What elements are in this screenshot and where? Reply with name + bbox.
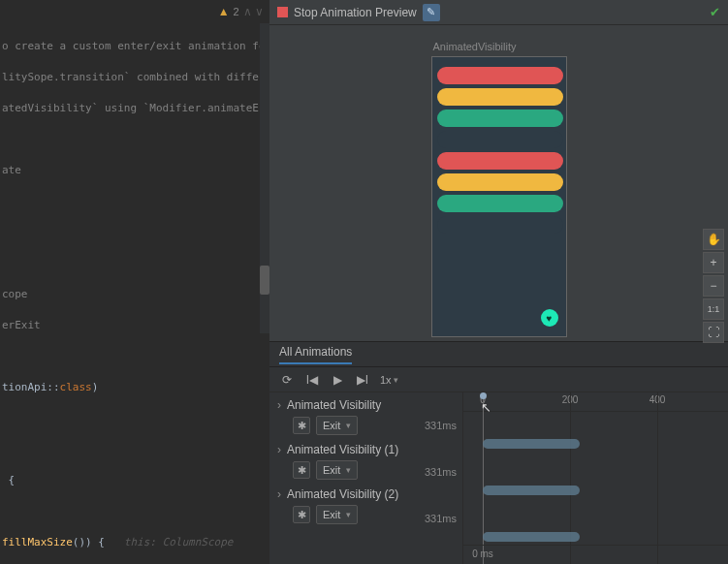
preview-stripe: [437, 173, 563, 191]
duration-label: 331ms: [425, 466, 457, 478]
track-name: Animated Visibility (2): [287, 487, 398, 501]
status-ok-icon: ✔: [710, 5, 720, 19]
canvas-side-tools: ✋ + − 1:1 ⛶: [703, 229, 724, 343]
timeline[interactable]: 02004006008001000 ↖ 331ms331ms331ms 0 ms: [463, 392, 728, 564]
zoom-out-button[interactable]: −: [703, 275, 724, 297]
state-select[interactable]: Exit▾: [316, 505, 358, 524]
skip-end-button[interactable]: ▶I: [355, 373, 370, 387]
zoom-reset-button[interactable]: 1:1: [703, 298, 724, 320]
preview-stripe: [437, 152, 563, 170]
stop-animation-label[interactable]: Stop Animation Preview: [294, 6, 417, 19]
duration-label: 331ms: [425, 513, 457, 524]
animation-tabs: All Animations: [269, 342, 728, 367]
expand-track-icon[interactable]: ›: [277, 398, 281, 412]
stop-icon[interactable]: [277, 7, 288, 17]
duration-label: 331ms: [425, 420, 457, 431]
scrollbar-thumb[interactable]: [260, 266, 269, 295]
preview-stripe: [437, 110, 563, 127]
code-area[interactable]: o create a custom enter/exit animation f…: [0, 23, 260, 564]
preview-stripe: [437, 131, 563, 148]
track-list: ›Animated Visibility✱Exit▾›Animated Visi…: [269, 392, 463, 564]
animation-panel: All Animations ⟳ I◀ ▶ ▶I 1x▾ ›Animated V…: [269, 341, 728, 564]
swap-states-button[interactable]: ✱: [293, 506, 310, 523]
preview-stripe: [437, 216, 563, 234]
preview-canvas[interactable]: AnimatedVisibility ♥ ✋ + − 1:1 ⛶: [269, 25, 728, 341]
preview-stripe: [437, 67, 563, 84]
state-select[interactable]: Exit▾: [316, 416, 358, 435]
pan-button[interactable]: ✋: [703, 229, 724, 250]
interactive-mode-button[interactable]: ✎: [423, 4, 440, 21]
swap-states-button[interactable]: ✱: [293, 461, 310, 479]
inspection-bar: ▲ 2 ∧ ∨: [0, 0, 269, 23]
state-select[interactable]: Exit▾: [316, 460, 358, 480]
play-button[interactable]: ▶: [330, 373, 345, 387]
track-name: Animated Visibility: [287, 398, 381, 412]
expand-track-icon[interactable]: ›: [277, 443, 281, 456]
inspection-more-icon[interactable]: ∧ ∨: [243, 5, 264, 18]
swap-states-button[interactable]: ✱: [293, 417, 310, 434]
speed-dropdown[interactable]: 1x▾: [380, 374, 398, 386]
timeline-bar[interactable]: [483, 439, 580, 449]
timeline-footer: 0 ms: [463, 545, 728, 564]
playback-controls: ⟳ I◀ ▶ ▶I 1x▾: [269, 367, 728, 392]
expand-button[interactable]: ⛶: [703, 322, 724, 343]
preview-toolbar: Stop Animation Preview ✎ ✔: [269, 0, 728, 25]
preview-stripe: [437, 195, 563, 212]
track-name: Animated Visibility (1): [287, 443, 398, 456]
skip-start-button[interactable]: I◀: [304, 373, 320, 387]
timeline-row: 331ms: [463, 458, 728, 505]
preview-device[interactable]: ♥: [431, 56, 567, 337]
warning-icon[interactable]: ▲: [218, 5, 230, 18]
tab-all-animations[interactable]: All Animations: [279, 345, 352, 364]
preview-title: AnimatedVisibility: [431, 41, 567, 52]
preview-pane: Stop Animation Preview ✎ ✔ AnimatedVisib…: [269, 0, 728, 564]
warning-count: 2: [234, 6, 239, 17]
timeline-row: 331ms: [463, 412, 728, 458]
loop-button[interactable]: ⟳: [279, 373, 295, 387]
timeline-bar[interactable]: [483, 486, 580, 495]
preview-device-wrap: AnimatedVisibility ♥: [431, 41, 567, 337]
zoom-in-button[interactable]: +: [703, 252, 724, 273]
time-current-label: 0 ms: [472, 548, 493, 559]
preview-stripe: [437, 88, 563, 106]
code-editor-pane: ▲ 2 ∧ ∨ o create a custom enter/exit ani…: [0, 0, 269, 564]
fab-heart-button[interactable]: ♥: [541, 309, 558, 327]
timeline-bar[interactable]: [483, 532, 580, 542]
expand-track-icon[interactable]: ›: [277, 487, 281, 501]
editor-scrollbar[interactable]: [260, 23, 269, 333]
